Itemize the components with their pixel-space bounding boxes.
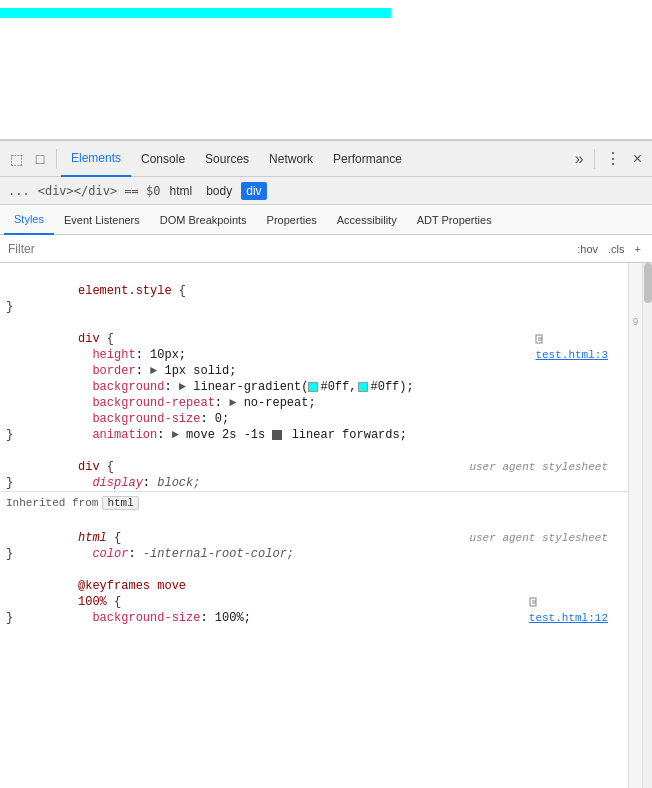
breadcrumb-element-code: <div></div> == $0 (38, 184, 161, 198)
animated-bar (0, 8, 391, 18)
css-content: element.style { } div { test.html:3 heig… (0, 263, 628, 788)
devtools-panel: ⬚ □ Elements Console Sources Network Per… (0, 140, 652, 788)
toolbar-separator-2 (594, 149, 595, 169)
breadcrumb-body[interactable]: body (201, 182, 237, 200)
file-icon-2 (529, 597, 539, 607)
breadcrumb-code: ... (8, 184, 30, 198)
keyframes-section: @keyframes move 100% { test.html:12 back… (0, 562, 628, 626)
tab-network[interactable]: Network (259, 141, 323, 177)
subtab-properties[interactable]: Properties (257, 205, 327, 235)
keyframes-100-selector-row: 100% { test.html:12 (0, 578, 628, 594)
scrollbar-thumb[interactable] (644, 263, 652, 303)
element-style-section: element.style { } (0, 267, 628, 315)
inherited-header: Inherited from html (0, 491, 628, 514)
div-user-agent-section: div { user agent stylesheet display: blo… (0, 443, 628, 491)
element-style-close: } (0, 299, 628, 315)
tab-elements[interactable]: Elements (61, 141, 131, 177)
breadcrumb-div[interactable]: div (241, 182, 266, 200)
subtab-styles[interactable]: Styles (4, 205, 54, 235)
subtab-dom-breakpoints[interactable]: DOM Breakpoints (150, 205, 257, 235)
css-panel: element.style { } div { test.html:3 heig… (0, 263, 652, 788)
html-ua-selector-row: html { user agent stylesheet (0, 514, 628, 530)
subtab-accessibility[interactable]: Accessibility (327, 205, 407, 235)
subtab-event-listeners[interactable]: Event Listeners (54, 205, 150, 235)
cursor-icon[interactable]: ⬚ (6, 149, 26, 169)
color-swatch-1[interactable] (308, 382, 318, 392)
div-main-section: div { test.html:3 height: 10px; border: … (0, 315, 628, 443)
hov-button[interactable]: :hov (574, 243, 601, 255)
keyframes-selector: @keyframes move (0, 562, 628, 578)
filter-bar: :hov .cls + (0, 235, 652, 263)
tab-performance[interactable]: Performance (323, 141, 412, 177)
scrollbar[interactable] (642, 263, 652, 788)
filter-input[interactable] (8, 242, 574, 256)
toolbar: ⬚ □ Elements Console Sources Network Per… (0, 141, 652, 177)
inspector-icon[interactable]: □ (30, 149, 50, 169)
close-button[interactable]: × (627, 150, 648, 168)
div-selector-row: div { test.html:3 (0, 315, 628, 331)
svg-rect-0 (536, 335, 542, 343)
html-ua-stylesheet-label: user agent stylesheet (383, 514, 608, 562)
breadcrumb-html[interactable]: html (165, 182, 198, 200)
tab-sources[interactable]: Sources (195, 141, 259, 177)
div-ua-selector-row: div { user agent stylesheet (0, 443, 628, 459)
file-link-1[interactable]: test.html:3 (449, 315, 608, 379)
line-gutter: 9 (628, 263, 642, 788)
color-swatch-2[interactable] (358, 382, 368, 392)
animation-swatch[interactable] (272, 430, 282, 440)
cls-button[interactable]: .cls (605, 243, 628, 255)
subtab-adt-properties[interactable]: ADT Properties (407, 205, 502, 235)
html-user-agent-section: html { user agent stylesheet color: -int… (0, 514, 628, 562)
tab-console[interactable]: Console (131, 141, 195, 177)
preview-area (0, 0, 652, 140)
breadcrumb-bar: ... <div></div> == $0 html body div (0, 177, 652, 205)
svg-rect-3 (530, 598, 536, 606)
menu-button[interactable]: ⋮ (599, 149, 627, 168)
add-rule-button[interactable]: + (632, 243, 644, 255)
file-icon (535, 334, 545, 344)
ua-stylesheet-label: user agent stylesheet (383, 443, 608, 491)
element-style-selector: element.style { (0, 267, 628, 283)
more-tabs-button[interactable]: » (569, 150, 590, 168)
inherited-tag[interactable]: html (102, 496, 138, 510)
file-link-2[interactable]: test.html:12 (442, 578, 608, 642)
toolbar-separator (56, 149, 57, 169)
gutter-number-9: 9 (630, 315, 640, 331)
sub-tabs: Styles Event Listeners DOM Breakpoints P… (0, 205, 652, 235)
